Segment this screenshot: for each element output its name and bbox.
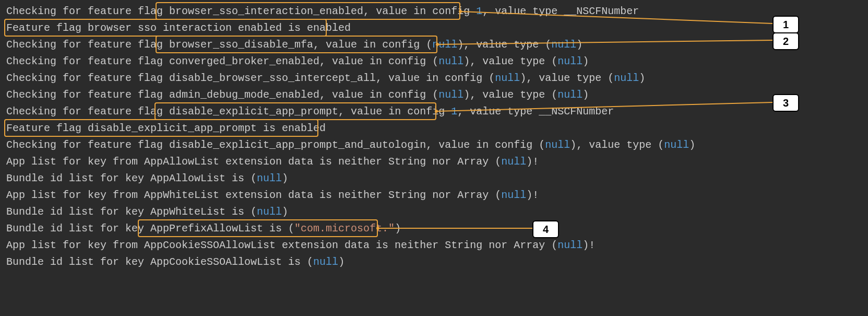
text: ), value type ( — [463, 89, 557, 101]
log-line: Bundle id list for key AppWhiteList is (… — [6, 204, 864, 220]
log-line: Bundle id list for key AppPrefixAllowLis… — [6, 220, 864, 237]
text: Bundle id list for key AppWhiteList is ( — [6, 206, 257, 218]
value-null: null — [432, 39, 457, 51]
text: Bundle id list for key AppCookieSSOAllow… — [6, 256, 313, 268]
value-null: null — [313, 256, 338, 268]
log-line: Checking for feature flag disable_explic… — [6, 103, 864, 120]
annotation-callout-3: 3 — [772, 94, 799, 112]
highlight-text: AppPrefixAllowList is ( — [150, 223, 294, 235]
text: )! — [526, 189, 539, 201]
value-null: null — [664, 139, 689, 151]
value-null: null — [557, 239, 582, 251]
value-null: null — [495, 72, 520, 84]
highlight-text: Feature flag browser sso interaction ena… — [6, 22, 351, 34]
text: Bundle id list for key AppAllowList is ( — [6, 172, 257, 184]
text: Bundle id list for key — [6, 223, 150, 235]
highlight-text: Feature flag disable_explicit_app_prompt… — [6, 122, 326, 134]
text: Checking for feature flag disable_explic… — [6, 139, 545, 151]
value-null: null — [557, 55, 582, 67]
annotation-callout-1: 1 — [772, 16, 799, 33]
log-line: Checking for feature flag converged_brok… — [6, 53, 864, 70]
highlight-text: ) — [457, 39, 463, 51]
highlight-text: ) — [395, 223, 401, 235]
text: )! — [526, 156, 539, 168]
log-line: Checking for feature flag disable_browse… — [6, 70, 864, 87]
log-line: App list for key from AppCookieSSOAllowL… — [6, 237, 864, 254]
value-string: "com.microsoft." — [294, 223, 395, 235]
log-line: Bundle id list for key AppCookieSSOAllow… — [6, 254, 864, 271]
log-line: App list for key from AppAllowList exten… — [6, 154, 864, 170]
value-number: 1 — [451, 106, 457, 118]
text: Checking for feature flag disable_browse… — [6, 72, 495, 84]
value-null: null — [614, 72, 639, 84]
highlight-text: browser_sso_interaction_enabled, value i… — [169, 5, 476, 17]
log-line: App list for key from AppWhiteList exten… — [6, 187, 864, 204]
text: ), value type ( — [520, 72, 614, 84]
text: Checking for feature flag — [6, 5, 169, 17]
text: )! — [582, 239, 595, 251]
value-null: null — [438, 55, 463, 67]
highlight-text: disable_explicit_app_prompt, value in co… — [169, 106, 451, 118]
value-null: null — [551, 39, 576, 51]
log-line: Checking for feature flag disable_explic… — [6, 137, 864, 154]
text: ) — [582, 55, 589, 67]
value-number: 1 — [476, 5, 482, 17]
value-null: null — [257, 206, 282, 218]
text: Checking for feature flag — [6, 106, 169, 118]
text: , value type __NSCFNumber — [457, 106, 614, 118]
text: , value type ( — [463, 39, 551, 51]
value-null: null — [257, 172, 282, 184]
text: ) — [689, 139, 695, 151]
text: App list for key from AppCookieSSOAllowL… — [6, 239, 557, 251]
text: ) — [639, 72, 645, 84]
log-output: Checking for feature flag browser_sso_in… — [0, 0, 868, 316]
value-null: null — [501, 156, 526, 168]
text: ) — [338, 256, 344, 268]
value-null: null — [438, 89, 463, 101]
text: Checking for feature flag converged_brok… — [6, 55, 438, 67]
text: ) — [576, 39, 582, 51]
value-null: null — [545, 139, 570, 151]
text: Checking for feature flag — [6, 39, 169, 51]
log-line: Checking for feature flag admin_debug_mo… — [6, 87, 864, 103]
text: ), value type ( — [463, 55, 557, 67]
value-null: null — [557, 89, 582, 101]
text: ) — [282, 172, 288, 184]
annotation-callout-2: 2 — [772, 32, 799, 50]
log-line: Feature flag disable_explicit_app_prompt… — [6, 120, 864, 137]
text: ) — [282, 206, 288, 218]
log-line: Checking for feature flag browser_sso_in… — [6, 3, 864, 20]
text: App list for key from AppWhiteList exten… — [6, 189, 501, 201]
value-null: null — [501, 189, 526, 201]
text: App list for key from AppAllowList exten… — [6, 156, 501, 168]
highlight-text: browser_sso_disable_mfa, value in config… — [169, 39, 432, 51]
text: ) — [582, 89, 589, 101]
log-line: Bundle id list for key AppAllowList is (… — [6, 170, 864, 187]
text: , value type __NSCFNumber — [482, 5, 639, 17]
annotation-callout-4: 4 — [532, 220, 559, 238]
text: Checking for feature flag admin_debug_mo… — [6, 89, 438, 101]
text: ), value type ( — [570, 139, 664, 151]
log-line: Checking for feature flag browser_sso_di… — [6, 37, 864, 53]
log-line: Feature flag browser sso interaction ena… — [6, 20, 864, 37]
